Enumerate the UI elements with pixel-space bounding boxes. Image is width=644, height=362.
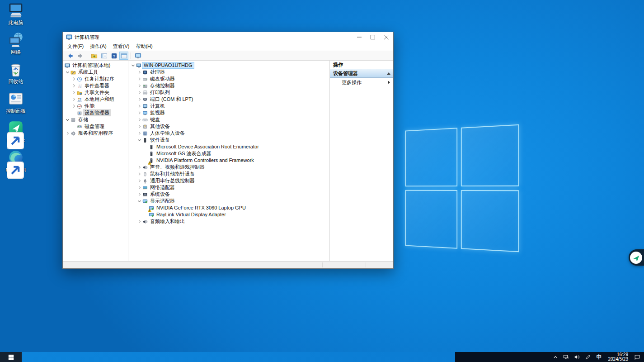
close-button[interactable]	[380, 32, 393, 42]
expand-chevron-icon[interactable]	[136, 96, 142, 102]
expand-chevron-icon[interactable]	[136, 110, 142, 116]
tree-item[interactable]: 监视器	[128, 110, 329, 116]
desktop-icon-edge[interactable]: Microsoft Edge	[1, 149, 31, 178]
actions-group-device-manager[interactable]: 设备管理器	[330, 69, 393, 78]
tree-item[interactable]: 键盘	[128, 116, 329, 123]
help-button[interactable]: ?	[109, 52, 118, 60]
desktop-icon-recycle-bin[interactable]: 回收站	[1, 61, 31, 84]
event-viewer-icon	[77, 83, 83, 89]
tree-item[interactable]: 计算机管理(本地)	[63, 62, 128, 69]
expand-chevron-icon[interactable]	[136, 90, 142, 95]
display-adapter-icon	[149, 205, 155, 211]
tree-item[interactable]: 端口 (COM 和 LPT)	[128, 96, 329, 103]
tree-item[interactable]: 鼠标和其他指针设备	[128, 171, 329, 177]
tree-item[interactable]: 任务计划程序	[63, 76, 128, 82]
start-button[interactable]	[0, 352, 22, 362]
tree-item[interactable]: WIN-0PUAO1UTHDG	[128, 62, 329, 69]
tree-item-label: 监视器	[149, 110, 166, 116]
tree-item[interactable]: 存储	[63, 116, 128, 123]
more-actions-item[interactable]: 更多操作	[330, 78, 393, 87]
raylink-floating-button[interactable]	[629, 249, 644, 266]
hid-icon	[142, 131, 149, 136]
expand-chevron-icon[interactable]	[136, 130, 142, 136]
desktop-icon-this-pc[interactable]: 此电脑	[1, 2, 31, 25]
tree-item[interactable]: 显示适配器	[128, 198, 329, 205]
expand-chevron-icon[interactable]	[136, 69, 142, 75]
tree-item[interactable]: 人体学输入设备	[128, 130, 329, 137]
tree-item[interactable]: 服务和应用程序	[63, 130, 128, 137]
expand-chevron-icon[interactable]	[136, 124, 142, 129]
tree-item[interactable]: 打印队列	[128, 89, 329, 96]
expand-chevron-icon[interactable]	[136, 185, 142, 191]
clock[interactable]: 16:29 2024/5/23	[607, 352, 630, 362]
expand-chevron-icon[interactable]	[71, 90, 77, 95]
title-bar[interactable]: 计算机管理	[63, 32, 393, 42]
expand-chevron-icon[interactable]	[136, 164, 142, 170]
tree-item[interactable]: 音频输入和输出	[128, 218, 329, 225]
action-center-icon[interactable]	[634, 354, 640, 361]
tree-item[interactable]: ?其他设备	[128, 123, 329, 130]
folder-up-button[interactable]	[89, 52, 99, 60]
tree-item[interactable]: 设备管理器	[63, 110, 128, 116]
hidden-icons-chevron[interactable]	[552, 354, 559, 361]
expand-chevron-icon[interactable]	[136, 178, 142, 184]
expand-chevron-icon[interactable]	[136, 76, 142, 82]
tree-item[interactable]: 存储控制器	[128, 82, 329, 89]
tree-item[interactable]: 本地用户和组	[63, 96, 128, 103]
expand-chevron-icon[interactable]	[71, 103, 77, 109]
menu-item-2[interactable]: 查看(V)	[110, 42, 133, 51]
collapse-chevron-icon[interactable]	[65, 69, 71, 75]
volume-icon[interactable]	[574, 354, 581, 361]
desktop-icon-raylink[interactable]: RayLink	[1, 119, 31, 143]
expand-chevron-icon[interactable]	[136, 191, 142, 197]
menu-item-3[interactable]: 帮助(H)	[132, 42, 155, 51]
tree-item[interactable]: NVIDIA GeForce RTX 3060 Laptop GPU	[128, 205, 329, 211]
tree-item[interactable]: 性能	[63, 103, 128, 110]
menu-item-1[interactable]: 操作(A)	[87, 42, 110, 51]
tree-item[interactable]: Microsoft Device Association Root Enumer…	[128, 143, 329, 150]
expand-chevron-icon[interactable]	[71, 76, 77, 82]
expand-chevron-icon[interactable]	[71, 83, 77, 89]
tree-item[interactable]: 磁盘驱动器	[128, 76, 329, 82]
console-tree-button[interactable]	[99, 52, 108, 60]
pen-icon[interactable]	[585, 354, 592, 361]
tree-item[interactable]: 共享文件夹	[63, 89, 128, 96]
tree-item[interactable]: 磁盘管理	[63, 123, 128, 130]
tree-item[interactable]: 声音、视频和游戏控制器	[128, 164, 329, 171]
expand-chevron-icon[interactable]	[136, 171, 142, 177]
tree-item[interactable]: 软件设备	[128, 137, 329, 143]
expand-chevron-icon[interactable]	[136, 103, 142, 109]
collapse-arrow-icon[interactable]	[387, 72, 390, 75]
tree-item[interactable]: 事件查看器	[63, 82, 128, 89]
back-button[interactable]	[66, 52, 75, 60]
tree-item[interactable]: RayLink Virtual Display Adapter	[128, 211, 329, 218]
expand-chevron-icon[interactable]	[65, 130, 71, 136]
tree-item[interactable]: Microsoft GS 波表合成器	[128, 150, 329, 157]
collapse-chevron-icon[interactable]	[136, 198, 142, 204]
tree-item[interactable]: 通用串行总线控制器	[128, 177, 329, 184]
forward-button[interactable]	[75, 52, 85, 60]
tree-item[interactable]: 网络适配器	[128, 184, 329, 191]
collapse-chevron-icon[interactable]	[65, 117, 71, 123]
expand-chevron-icon[interactable]	[71, 96, 77, 102]
collapse-chevron-icon[interactable]	[136, 137, 142, 143]
desktop-icon-network[interactable]: 网络	[1, 31, 31, 55]
ime-indicator[interactable]: 中	[596, 353, 603, 361]
tree-item[interactable]: 计算机	[128, 103, 329, 110]
expand-chevron-icon[interactable]	[136, 83, 142, 89]
collapse-chevron-icon[interactable]	[130, 62, 136, 68]
expand-chevron-icon[interactable]	[136, 117, 142, 123]
properties-button[interactable]	[119, 52, 128, 60]
tree-item[interactable]: 处理器	[128, 69, 329, 76]
tree-item[interactable]: 系统工具	[63, 69, 128, 76]
tree-item[interactable]: 系统设备	[128, 191, 329, 198]
tree-item[interactable]: NVIDIA Platform Controllers and Framewor…	[128, 157, 329, 164]
menu-item-0[interactable]: 文件(F)	[64, 42, 87, 51]
monitor-toolbar-button[interactable]	[133, 52, 142, 60]
minimize-button[interactable]	[353, 32, 366, 42]
maximize-button[interactable]	[366, 32, 380, 42]
expand-chevron-icon[interactable]	[136, 219, 142, 224]
network-tray-icon[interactable]	[563, 354, 570, 361]
shortcut-arrow-icon	[7, 162, 12, 167]
desktop-icon-control-panel[interactable]: 控制面板	[1, 90, 31, 114]
